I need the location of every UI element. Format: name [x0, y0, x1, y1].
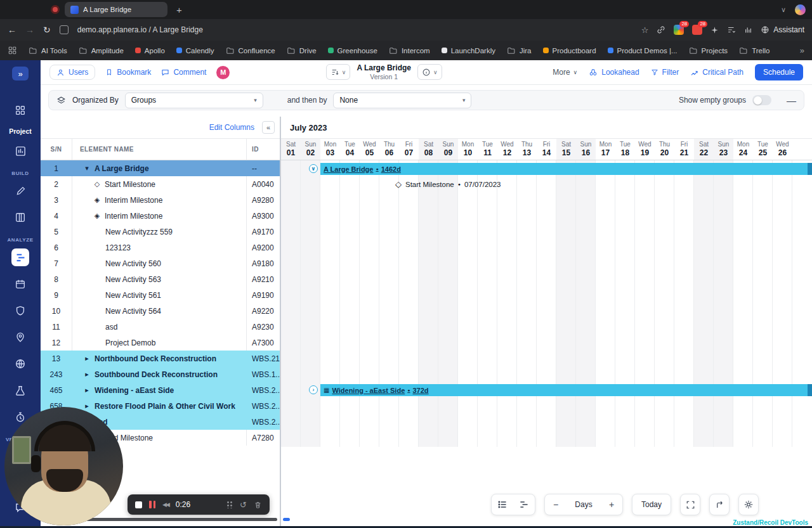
- more-button[interactable]: More ∨: [553, 68, 577, 77]
- bar-expand-chevron[interactable]: ›: [309, 385, 318, 394]
- table-row[interactable]: 11 asd A9230: [41, 319, 280, 335]
- table-row[interactable]: 465 ▸ Widening - aEast Side WBS.2...: [41, 382, 280, 398]
- col-sn[interactable]: S/N: [41, 146, 72, 153]
- gantt-milestone-start[interactable]: ◇ Start Milestone ● 07/07/2023: [395, 179, 501, 189]
- apps-icon[interactable]: [11, 101, 29, 119]
- sparkle-extension-icon[interactable]: [710, 26, 719, 34]
- table-row[interactable]: 10 New Activity 564 A9220: [41, 303, 280, 319]
- assistant-button[interactable]: Assistant: [761, 25, 804, 34]
- table-row[interactable]: 13 ▸ Northbound Deck Reconstruction WBS.…: [41, 351, 280, 366]
- view-mode-button[interactable]: ∨: [326, 64, 351, 80]
- expand-sidebar-button[interactable]: »: [12, 67, 29, 80]
- browser-profile-avatar[interactable]: [795, 4, 806, 15]
- reload-icon[interactable]: ↻: [43, 25, 51, 35]
- table-row[interactable]: 5 New Activityzzz 559 A9170: [41, 224, 280, 240]
- site-info-icon[interactable]: [60, 25, 69, 34]
- row-type-icon[interactable]: ▸: [82, 370, 91, 378]
- table-row[interactable]: 8 New Activity 563 A9210: [41, 271, 280, 287]
- bookmark-item[interactable]: Trello: [739, 46, 769, 55]
- location-pin-icon[interactable]: [11, 328, 29, 346]
- beaker-icon[interactable]: [11, 382, 29, 399]
- pause-record-button[interactable]: [149, 501, 155, 508]
- reading-list-icon[interactable]: [727, 25, 736, 34]
- copy-link-icon[interactable]: [657, 25, 665, 34]
- bookmark-item[interactable]: Greenhouse: [328, 47, 377, 55]
- table-row[interactable]: 3 ◈ Interim Milestone A9280: [41, 192, 280, 208]
- settings-gear-button[interactable]: [738, 494, 759, 515]
- gantt-chart-icon[interactable]: [11, 248, 29, 266]
- fullscreen-button[interactable]: [680, 494, 700, 515]
- browser-tab[interactable]: A Large Bridge: [65, 2, 167, 17]
- lookahead-button[interactable]: Lookahead: [589, 68, 639, 77]
- row-type-icon[interactable]: ◈: [93, 212, 102, 220]
- bookmarks-overflow-icon[interactable]: »: [800, 46, 804, 55]
- collapse-table-button[interactable]: «: [262, 121, 275, 134]
- row-type-icon[interactable]: ▾: [82, 164, 91, 172]
- collapse-bar-button[interactable]: —: [787, 95, 796, 106]
- bookmark-item[interactable]: Productboard: [543, 47, 596, 55]
- table-row[interactable]: 7 New Activity 560 A9180: [41, 255, 280, 271]
- bookmark-item[interactable]: Confluence: [226, 46, 275, 55]
- gantt-view-button[interactable]: [513, 494, 535, 515]
- table-row[interactable]: 9 New Activity 561 A9190: [41, 287, 280, 303]
- bookmark-item[interactable]: Amplitude: [79, 46, 124, 55]
- row-type-icon[interactable]: ◈: [93, 196, 102, 204]
- then-by-select[interactable]: None ▾: [333, 93, 471, 108]
- row-type-icon[interactable]: ◇: [93, 180, 102, 188]
- shield-icon[interactable]: [11, 302, 29, 319]
- users-button[interactable]: Users: [49, 65, 95, 80]
- gantt-bar-widening-east-side[interactable]: ▦ Widening - aEast Side ● 372d: [320, 384, 812, 396]
- info-button[interactable]: ∨: [417, 64, 442, 80]
- tab-search-chevron-icon[interactable]: ∨: [781, 6, 786, 14]
- bookmark-item[interactable]: Apollo: [135, 47, 165, 55]
- bookmark-item[interactable]: Drive: [287, 46, 317, 55]
- row-type-icon[interactable]: ▸: [82, 402, 91, 410]
- trash-icon[interactable]: [254, 501, 262, 509]
- table-row[interactable]: 2 ◇ Start Milestone A0040: [41, 176, 280, 192]
- schedule-button[interactable]: Schedule: [755, 64, 803, 80]
- gantt-bar-a-large-bridge[interactable]: A Large Bridge ● 1462d: [320, 163, 812, 175]
- edit-columns-button[interactable]: Edit Columns: [209, 123, 254, 132]
- zoom-out-button[interactable]: −: [547, 499, 564, 510]
- zoom-in-button[interactable]: +: [603, 499, 620, 510]
- col-id[interactable]: ID: [247, 146, 280, 153]
- columns-board-icon[interactable]: [11, 209, 29, 226]
- table-row[interactable]: 6 123123 A9200: [41, 240, 280, 255]
- table-row[interactable]: 243 ▸ Southbound Deck Reconstruction WBS…: [41, 366, 280, 382]
- row-type-icon[interactable]: ▸: [82, 386, 91, 394]
- restart-record-icon[interactable]: ◀◀: [162, 501, 169, 508]
- show-empty-groups-toggle[interactable]: [752, 95, 771, 105]
- globe-icon[interactable]: [11, 355, 29, 373]
- dependencies-button[interactable]: [709, 494, 730, 515]
- url-text[interactable]: demo.app.planera.io / A Large Bridge: [77, 25, 203, 34]
- today-button[interactable]: Today: [632, 500, 671, 509]
- bookmark-item[interactable]: LaunchDarkly: [442, 47, 495, 55]
- stop-record-button[interactable]: [135, 501, 142, 508]
- organized-by-select[interactable]: Groups ▾: [125, 93, 263, 108]
- row-type-icon[interactable]: ▸: [82, 354, 91, 363]
- new-tab-button[interactable]: +: [176, 4, 182, 15]
- critical-path-button[interactable]: Critical Path: [690, 68, 743, 77]
- bookmark-item[interactable]: Calendly: [176, 47, 214, 55]
- apps-grid-icon[interactable]: [8, 46, 17, 55]
- extension-icon[interactable]: 28: [692, 25, 702, 35]
- comment-button[interactable]: Comment: [161, 68, 206, 77]
- forward-icon[interactable]: →: [25, 25, 34, 35]
- table-row[interactable]: 1 ▾ A Large Bridge --: [41, 160, 280, 176]
- gantt-horizontal-scrollbar[interactable]: [283, 518, 290, 521]
- extension-icon[interactable]: 28: [674, 25, 684, 35]
- table-row[interactable]: 12 Project Demob A7300: [41, 335, 280, 351]
- bookmark-star-icon[interactable]: ☆: [641, 25, 649, 35]
- project-board-icon[interactable]: [11, 142, 29, 160]
- user-avatar[interactable]: M: [216, 66, 230, 79]
- table-row[interactable]: 4 ◈ Interim Milestone A9300: [41, 208, 280, 224]
- calendar-icon[interactable]: [11, 275, 29, 293]
- bookmark-item[interactable]: Product Demos |...: [608, 47, 678, 55]
- bar-collapse-chevron[interactable]: ∨: [309, 164, 318, 173]
- bookmark-button[interactable]: Bookmark: [105, 68, 151, 77]
- restart-icon[interactable]: ↺: [240, 500, 247, 510]
- bookmark-item[interactable]: AI Tools: [29, 46, 67, 55]
- webcam-overlay[interactable]: [4, 407, 123, 525]
- edit-pencil-icon[interactable]: [11, 182, 29, 200]
- list-view-button[interactable]: [492, 494, 513, 515]
